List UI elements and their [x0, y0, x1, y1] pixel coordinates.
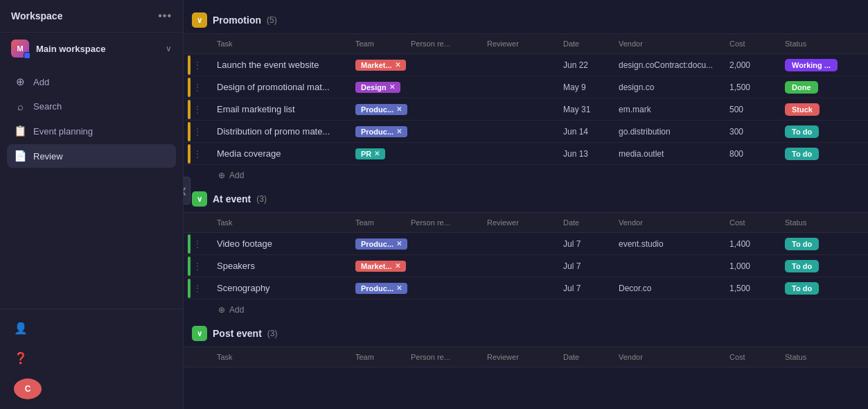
add-row-at-event[interactable]: ⊕ Add — [184, 299, 868, 320]
status-cell[interactable]: Stuck — [779, 101, 862, 119]
sidebar-options-button[interactable]: ••• — [158, 10, 172, 22]
cost-cell[interactable]: 1,500 — [724, 80, 779, 95]
cost-cell[interactable]: 1,500 — [724, 281, 779, 296]
drag-handle-icon[interactable]: ⋮ — [193, 60, 202, 70]
workspace-item[interactable]: M Main workspace ∨ — [0, 33, 183, 64]
team-tag[interactable]: Produc... ✕ — [355, 238, 407, 250]
col-person: Person re... — [405, 216, 481, 229]
tag-remove-icon[interactable]: ✕ — [389, 83, 395, 91]
approval-cell[interactable] — [862, 55, 868, 76]
task-name[interactable]: Design of promotional mat... — [211, 76, 350, 98]
team-tag[interactable]: Market... ✕ — [355, 261, 406, 272]
task-name[interactable]: Speakers — [211, 255, 350, 277]
task-name[interactable]: Video footage — [211, 233, 350, 254]
sidebar-item-event-planning[interactable]: 📋 Event planning — [7, 119, 176, 143]
cost-cell[interactable]: 500 — [724, 102, 779, 117]
date-cell[interactable]: May 9 — [558, 80, 613, 95]
approval-cell[interactable] — [862, 143, 868, 164]
tag-remove-icon[interactable]: ✕ — [396, 284, 402, 292]
date-cell[interactable]: Jun 22 — [558, 58, 613, 73]
drag-handle-icon[interactable]: ⋮ — [193, 127, 202, 137]
table-row: ⋮ Launch the event website Market... ✕ J… — [184, 54, 868, 76]
team-tag[interactable]: Produc... ✕ — [355, 283, 407, 294]
drag-handle-icon[interactable]: ⋮ — [193, 284, 202, 293]
approval-cell[interactable] — [862, 256, 868, 277]
drag-handle-icon[interactable]: ⋮ — [193, 105, 202, 114]
cost-cell[interactable]: 800 — [724, 146, 779, 162]
cost-cell[interactable]: 2,000 — [724, 58, 779, 73]
date-cell[interactable]: Jul 7 — [558, 281, 613, 296]
reviewer-cell[interactable] — [481, 107, 558, 112]
drag-handle-icon[interactable]: ⋮ — [193, 239, 202, 249]
tag-remove-icon[interactable]: ✕ — [396, 240, 402, 247]
date-cell[interactable]: Jun 14 — [558, 124, 613, 139]
tag-remove-icon[interactable]: ✕ — [396, 128, 402, 135]
task-name[interactable]: Launch the event website — [211, 54, 350, 76]
sidebar-item-search[interactable]: ⌕ Search — [7, 95, 176, 118]
sidebar-item-review[interactable]: 📄 Review — [7, 144, 176, 168]
group-name-post-event: Post event — [213, 328, 262, 339]
row-handle: ⋮ — [184, 256, 211, 276]
person-cell[interactable] — [405, 107, 481, 112]
status-cell[interactable]: To do — [779, 123, 862, 141]
status-cell[interactable]: To do — [779, 145, 862, 163]
date-cell[interactable]: Jul 7 — [558, 259, 613, 274]
reviewer-cell[interactable] — [481, 129, 558, 134]
person-cell[interactable] — [405, 85, 481, 90]
add-row-promotion[interactable]: ⊕ Add — [184, 165, 868, 186]
task-name[interactable]: Email marketing list — [211, 98, 350, 120]
team-tag[interactable]: Market... ✕ — [355, 60, 406, 71]
approval-cell[interactable] — [862, 121, 868, 142]
tag-remove-icon[interactable]: ✕ — [395, 262, 400, 270]
drag-handle-icon[interactable]: ⋮ — [193, 82, 202, 92]
reviewer-cell[interactable] — [481, 263, 558, 269]
status-cell[interactable]: Working ... — [779, 56, 862, 74]
users-icon[interactable]: 👤 — [0, 313, 183, 343]
status-cell[interactable]: To do — [779, 257, 862, 275]
person-cell[interactable] — [405, 62, 481, 68]
cost-cell[interactable]: 300 — [724, 124, 779, 139]
status-cell[interactable]: To do — [779, 279, 862, 297]
date-cell[interactable]: Jul 7 — [558, 236, 613, 252]
approval-cell[interactable] — [862, 234, 868, 254]
reviewer-cell[interactable] — [481, 286, 558, 291]
sidebar-item-add[interactable]: ⊕ Add — [7, 70, 176, 94]
person-cell[interactable] — [405, 286, 481, 291]
person-cell[interactable] — [405, 263, 481, 269]
drag-handle-icon[interactable]: ⋮ — [193, 149, 202, 159]
task-name[interactable]: Distribution of promo mate... — [211, 121, 350, 142]
task-name[interactable]: Scenography — [211, 277, 350, 299]
person-cell[interactable] — [405, 241, 481, 247]
tag-remove-icon[interactable]: ✕ — [396, 105, 402, 113]
status-cell[interactable]: Done — [779, 78, 862, 96]
tag-remove-icon[interactable]: ✕ — [374, 150, 380, 157]
approval-cell[interactable]: For appr... — [862, 78, 868, 96]
reviewer-cell[interactable] — [481, 241, 558, 247]
approval-cell[interactable] — [862, 278, 868, 299]
collapse-sidebar-button[interactable]: ❮ — [184, 177, 191, 204]
cost-cell[interactable]: 1,000 — [724, 259, 779, 274]
user-avatar[interactable]: C — [14, 378, 42, 399]
group-toggle-at-event[interactable]: ∨ — [192, 191, 207, 207]
status-cell[interactable]: To do — [779, 235, 862, 253]
date-cell[interactable]: Jun 13 — [558, 146, 613, 162]
reviewer-cell[interactable] — [481, 62, 558, 68]
approval-cell[interactable] — [862, 99, 868, 120]
person-cell[interactable] — [405, 129, 481, 134]
tag-remove-icon[interactable]: ✕ — [395, 61, 400, 69]
team-tag[interactable]: Design ✕ — [355, 82, 400, 93]
cost-cell[interactable]: 1,400 — [724, 236, 779, 252]
drag-handle-icon[interactable]: ⋮ — [193, 261, 202, 271]
team-tag[interactable]: PR ✕ — [355, 148, 385, 159]
person-cell[interactable] — [405, 151, 481, 157]
date-cell[interactable]: May 31 — [558, 102, 613, 117]
task-name[interactable]: Media coverage — [211, 143, 350, 164]
team-tag[interactable]: Produc... ✕ — [355, 126, 407, 137]
reviewer-cell[interactable] — [481, 85, 558, 90]
group-toggle-post-event[interactable]: ∨ — [192, 326, 207, 341]
add-row-icon: ⊕ — [218, 171, 225, 180]
help-icon[interactable]: ❓ — [0, 343, 183, 373]
group-toggle-promotion[interactable]: ∨ — [192, 12, 207, 28]
team-tag[interactable]: Produc... ✕ — [355, 104, 407, 115]
reviewer-cell[interactable] — [481, 151, 558, 157]
